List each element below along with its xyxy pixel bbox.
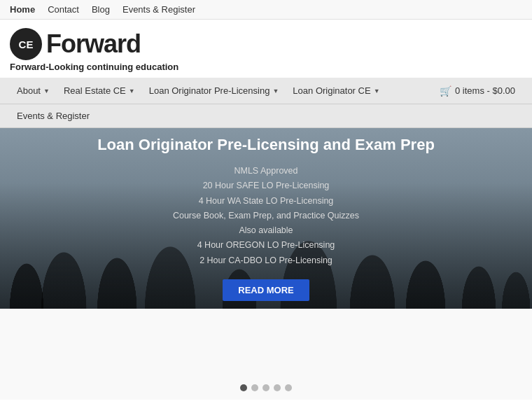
nav-events-register[interactable]: Events & Register [10, 105, 97, 127]
logo-icon: CE [10, 28, 42, 60]
carousel-dot-4[interactable] [274, 384, 281, 391]
nav-loan-originator-ce[interactable]: Loan Originator CE ▼ [286, 80, 386, 102]
cart[interactable]: 🛒 0 items - $0.00 [433, 80, 522, 102]
hero-line-3: 4 Hour WA State LO Pre-Licensing [97, 194, 435, 209]
hero-read-more-button[interactable]: READ MORE [223, 279, 309, 301]
hero-line-1: NMLS Approved [97, 164, 435, 178]
carousel-dot-5[interactable] [285, 384, 292, 391]
hero-content: Loan Originator Pre-Licensing and Exam P… [69, 128, 463, 309]
below-hero [0, 309, 532, 400]
carousel-dot-2[interactable] [251, 384, 258, 391]
logo-tagline: Forward-Looking continuing education [10, 62, 522, 72]
hero-line-2: 20 Hour SAFE LO Pre-Licensing [97, 178, 435, 193]
top-nav: Home Contact Blog Events & Register [0, 0, 532, 20]
top-nav-contact[interactable]: Contact [48, 4, 79, 15]
logo-area: CE Forward Forward-Looking continuing ed… [0, 20, 532, 78]
nav-real-estate-ce[interactable]: Real Estate CE ▼ [57, 80, 142, 102]
carousel-dot-1[interactable] [240, 384, 247, 391]
hero-title: Loan Originator Pre-Licensing and Exam P… [97, 136, 435, 154]
logo-name: Forward [46, 29, 141, 59]
about-dropdown-arrow: ▼ [43, 88, 50, 94]
top-nav-home[interactable]: Home [10, 4, 35, 15]
loan-pre-dropdown-arrow: ▼ [272, 88, 279, 94]
sub-nav: Events & Register [0, 104, 532, 128]
top-nav-events[interactable]: Events & Register [122, 4, 195, 15]
carousel-dots [240, 384, 292, 391]
cart-label: 0 items - $0.00 [455, 85, 515, 96]
hero-also-line-1: 4 Hour OREGON LO Pre-Licensing [97, 238, 435, 253]
carousel-dot-3[interactable] [262, 384, 270, 391]
loan-ce-dropdown-arrow: ▼ [374, 88, 380, 94]
real-estate-dropdown-arrow: ▼ [129, 88, 135, 94]
top-nav-blog[interactable]: Blog [92, 4, 110, 15]
hero-line-5: Also available [97, 223, 435, 238]
hero-also-line-2: 2 Hour CA-DBO LO Pre-Licensing [97, 253, 435, 268]
hero-line-4: Course Book, Exam Prep, and Practice Qui… [97, 209, 435, 223]
nav-about[interactable]: About ▼ [10, 80, 57, 102]
cart-icon: 🛒 [440, 85, 451, 97]
nav-loan-originator-prelicensing[interactable]: Loan Originator Pre-Licensing ▼ [142, 80, 286, 102]
hero-section: Loan Originator Pre-Licensing and Exam P… [0, 128, 532, 309]
main-nav: About ▼ Real Estate CE ▼ Loan Originator… [0, 78, 532, 104]
